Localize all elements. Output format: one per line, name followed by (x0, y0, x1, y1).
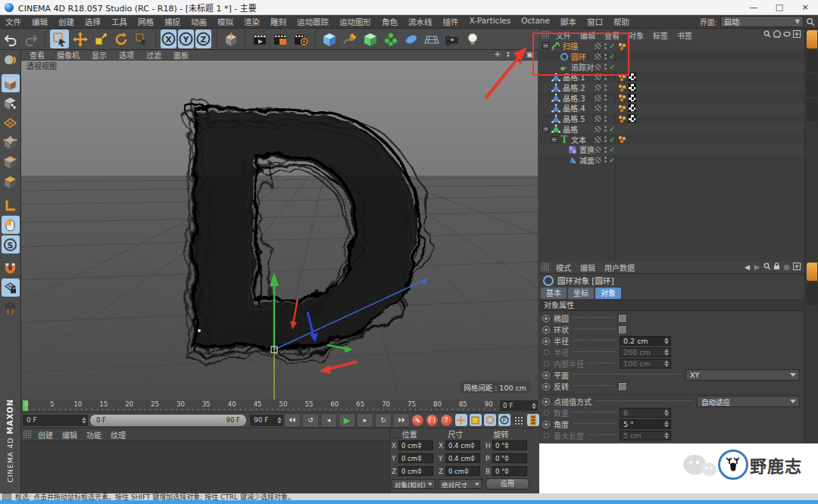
coordinate-input[interactable]: 0 cm (398, 440, 433, 450)
coordinate-system-icon[interactable] (221, 30, 240, 48)
view-label[interactable]: 透视视图 (23, 61, 61, 71)
phong-tag-icon[interactable] (617, 114, 626, 123)
menu-item[interactable]: 编辑 (576, 262, 600, 273)
maximize-button[interactable]: □ (766, 0, 792, 14)
tab-coord[interactable]: 坐标 (568, 288, 594, 299)
end-frame-spinner[interactable]: 90 F (250, 415, 283, 426)
enabled-check-icon[interactable]: ✓ (609, 42, 615, 50)
menu-item[interactable]: 网格 (133, 16, 159, 27)
prev-key-button[interactable]: ↺ (302, 413, 319, 428)
record-circle-icon[interactable] (542, 383, 550, 390)
texture-tag-icon[interactable] (628, 94, 636, 102)
menu-item[interactable]: 选择 (80, 16, 106, 27)
menu-item[interactable]: 面板 (167, 49, 195, 61)
checkbox[interactable] (618, 314, 627, 323)
drag-grip-icon[interactable] (542, 31, 549, 39)
visibility-dots-icon[interactable] (604, 42, 607, 50)
visibility-dots-icon[interactable] (604, 115, 607, 123)
enabled-check-icon[interactable]: ✓ (609, 52, 615, 61)
visibility-dots-icon[interactable] (604, 125, 607, 132)
object-row-10[interactable]: 置换✓ (539, 145, 804, 155)
visibility-dots-icon[interactable] (604, 84, 607, 92)
value-spinner[interactable]: 8 (620, 408, 671, 418)
menu-item[interactable]: 编辑 (576, 30, 600, 41)
object-label[interactable]: 减面 (579, 154, 595, 166)
layer-tag-icon[interactable] (594, 63, 602, 71)
object-row-7[interactable]: 晶格.5 (539, 114, 804, 124)
record-circle-icon[interactable] (542, 398, 550, 406)
scale-icon[interactable] (91, 30, 110, 48)
side-tab[interactable] (807, 50, 817, 73)
coordinate-input[interactable]: 0 ° (492, 466, 527, 476)
menu-item[interactable]: 创建 (33, 429, 58, 440)
record-circle-icon[interactable] (542, 315, 550, 322)
dropdown[interactable]: XY (685, 369, 800, 381)
object-row-11[interactable]: 减面✓ (539, 155, 804, 166)
undo-icon[interactable] (1, 30, 20, 48)
coordinate-input[interactable]: 0 ° (492, 453, 527, 463)
apply-button[interactable]: 应用 (485, 478, 529, 490)
record-circle-icon[interactable] (542, 421, 550, 428)
menu-item[interactable]: 用户数据 (600, 262, 639, 273)
pan-view-icon[interactable]: ✛ (492, 51, 503, 60)
next-key-button[interactable]: ↻ (375, 413, 392, 428)
layer-tag-icon[interactable] (594, 135, 602, 144)
key-parameter-toggle[interactable]: P (498, 414, 510, 426)
lock-icon[interactable] (772, 263, 782, 272)
record-circle-icon[interactable] (542, 372, 550, 379)
object-row-3[interactable]: 晶格.1 (539, 72, 804, 82)
drag-grip-icon[interactable] (23, 431, 31, 438)
zoom-view-icon[interactable]: ↕ (503, 51, 514, 60)
menu-item[interactable]: 模拟 (212, 16, 239, 27)
add-icon[interactable] (791, 30, 801, 39)
magnet-snap-icon[interactable] (2, 259, 20, 277)
quantize-icon[interactable]: ( ) (2, 298, 20, 316)
move-icon[interactable] (70, 30, 89, 48)
filter-icon[interactable] (782, 30, 791, 39)
enabled-check-icon[interactable]: ✓ (609, 156, 615, 164)
expand-icon[interactable]: − (542, 126, 549, 132)
viewport-solo-icon[interactable] (2, 216, 20, 234)
menu-item[interactable]: 动画 (186, 16, 212, 27)
menu-item[interactable]: 编辑 (27, 16, 53, 27)
start-frame-spinner[interactable]: 0 F (23, 415, 88, 426)
forward-icon[interactable]: ▶ (752, 263, 762, 271)
side-tab[interactable] (807, 74, 817, 97)
phong-tag-icon[interactable] (617, 93, 626, 102)
layer-tag-icon[interactable] (594, 83, 602, 92)
menu-item[interactable]: 标签 (648, 30, 673, 41)
menu-item[interactable]: 文件 (0, 16, 27, 27)
drag-grip-icon[interactable] (392, 430, 400, 438)
value-spinner[interactable]: 200 cm (620, 347, 671, 357)
enabled-check-icon[interactable]: ✓ (609, 135, 615, 144)
search-icon[interactable] (806, 17, 815, 26)
object-row-5[interactable]: 晶格.3 (539, 92, 804, 103)
coordinate-input[interactable]: 0.4 cm (445, 440, 480, 450)
add-deformer-icon[interactable] (401, 30, 420, 48)
layer-tag-icon[interactable] (594, 52, 602, 61)
keying-filter-button[interactable] (527, 414, 539, 426)
visibility-dots-icon[interactable] (604, 94, 607, 101)
record-circle-icon[interactable] (544, 361, 549, 366)
menu-item[interactable]: 过滤 (140, 49, 167, 61)
minimize-button[interactable]: — (741, 0, 766, 14)
menu-item[interactable]: 显示 (86, 49, 113, 61)
texture-tag-icon[interactable] (628, 114, 636, 123)
menu-item[interactable]: 流水线 (403, 16, 438, 27)
redo-icon[interactable] (21, 30, 40, 48)
interface-dropdown[interactable]: 启动 ▼ (720, 16, 804, 27)
points-mode-icon[interactable] (2, 133, 20, 151)
menu-item[interactable]: 书签 (673, 30, 697, 41)
menu-item[interactable]: 功能 (82, 429, 106, 440)
polygons-mode-icon[interactable] (2, 173, 20, 191)
expand-icon[interactable]: − (542, 42, 549, 49)
layer-tag-icon[interactable] (594, 114, 602, 123)
coordinate-input[interactable]: 0 ° (492, 440, 527, 450)
layer-tag-icon[interactable] (594, 125, 602, 133)
texture-tag-icon[interactable] (628, 83, 636, 92)
enabled-check-icon[interactable]: ✓ (609, 145, 615, 154)
frame-range-slider[interactable]: 0 F 90 F (90, 415, 246, 426)
layer-tag-icon[interactable] (594, 42, 602, 50)
menu-item[interactable]: 工具 (106, 16, 133, 27)
coordinate-input[interactable]: 0 cm (445, 466, 480, 476)
